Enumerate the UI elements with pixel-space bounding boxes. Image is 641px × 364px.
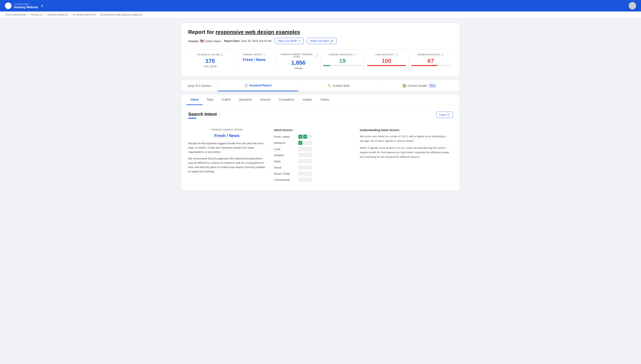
- understanding-text-2: When 3 signals score at least 2 on our s…: [360, 146, 453, 159]
- breadcrumb-dashboard[interactable]: YOUR DASHBOARD: [5, 14, 27, 16]
- share-brief-button[interactable]: Share This Brief 🔗: [307, 38, 337, 44]
- sub-tab-sources[interactable]: Sources: [256, 94, 275, 105]
- stat-label-domain-diff: DOMAIN DIFFICULTY i: [411, 53, 450, 56]
- score-boxes-local: [298, 147, 312, 151]
- progress-fill-link: [367, 65, 406, 66]
- progress-fill-domain: [411, 65, 438, 66]
- score-box-visual-1: [298, 166, 302, 170]
- score-box-local-2: [303, 147, 307, 151]
- info-icon-search-intent[interactable]: i: [219, 113, 221, 116]
- keyword-report-label: Keyword Report: [249, 84, 272, 87]
- sub-tab-outline[interactable]: Outline: [218, 94, 235, 105]
- score-boxes-answers: [298, 153, 312, 157]
- breadcrumb-sep-1: /: [28, 14, 29, 16]
- score-boxes-research: [298, 141, 312, 145]
- tab-keyword-report[interactable]: 📋 Keyword Report: [218, 80, 298, 91]
- jump-label: Jump To A Section:: [182, 80, 218, 91]
- score-box-transactional-3: [308, 178, 312, 182]
- score-row-research: Research: [274, 141, 352, 145]
- sub-tab-images[interactable]: Images: [299, 94, 316, 105]
- score-box-transactional-1: [298, 178, 302, 182]
- score-box-research-2: [303, 141, 307, 145]
- breadcrumb-projects[interactable]: PROJECTS: [31, 14, 43, 16]
- score-name-answers: Answers: [274, 154, 297, 157]
- stat-label-link-diff: LINK DIFFICULTY i: [367, 53, 406, 56]
- score-box-fresh-1: [298, 134, 302, 139]
- understanding-col: Understanding Intent Scores: We score us…: [360, 128, 453, 184]
- primary-intent-value: Fresh / News: [188, 133, 266, 138]
- country-name: United States: [205, 40, 221, 43]
- score-name-brand: Brand / Entity: [274, 172, 297, 175]
- score-box-video-2: [303, 159, 307, 163]
- score-box-brand-1: [298, 172, 302, 176]
- content-grader-label: Content Grader: [408, 84, 428, 88]
- intent-section: Search Intent i Learn i PRIMARY SEARCH I…: [182, 105, 459, 190]
- stat-primary-intent: PRIMARY INTENT i Fresh / News: [232, 53, 277, 71]
- info-icon-domain-diff[interactable]: i: [441, 53, 444, 56]
- understanding-text-1: We score user intent on a scale of 0 to …: [360, 134, 453, 143]
- score-box-answers-1: [298, 153, 302, 157]
- score-box-transactional-2: [303, 178, 307, 182]
- progress-bar-domain: [411, 65, 450, 66]
- stat-value-intent[interactable]: Fresh / News: [235, 58, 274, 62]
- score-box-answers-3: [308, 153, 312, 157]
- content-card: Intent Topic Outline Questions Sources C…: [182, 94, 459, 190]
- sub-tab-intent[interactable]: Intent: [186, 94, 202, 105]
- view-live-serp-button[interactable]: View Live SERP ↗: [275, 38, 303, 44]
- stat-sub-words: College: [279, 67, 318, 70]
- info-icon-words[interactable]: i: [315, 54, 318, 57]
- score-name-research: Research: [274, 141, 297, 144]
- info-icon-link-diff[interactable]: i: [395, 53, 398, 56]
- user-avatar[interactable]: [629, 2, 636, 10]
- score-row-transactional: Transactional: [274, 178, 352, 182]
- breadcrumb-sep-4: /: [98, 14, 98, 16]
- date-value: June 29, 2020 at 8:22 AM: [241, 40, 271, 42]
- intent-description-1: Results for this keyword suggest results…: [188, 141, 266, 154]
- intent-scores-col: Intent Scores: Fresh / News Research: [274, 128, 352, 184]
- info-icon-content-diff[interactable]: i: [354, 53, 356, 56]
- view-live-serp-label: View Live SERP: [278, 40, 297, 42]
- sub-tab-questions[interactable]: Questions: [235, 94, 256, 105]
- learn-button[interactable]: Learn i: [436, 112, 453, 118]
- score-name-video: Video: [274, 160, 297, 163]
- breadcrumb-keyword-reports[interactable]: KEYWORD REPORTS: [73, 14, 96, 16]
- country-label: Country: 🇺🇸 United States: [188, 39, 221, 43]
- section-title-group: Search Intent i: [188, 112, 221, 124]
- breadcrumb-sep-2: /: [45, 14, 45, 16]
- score-row-visual: Visual: [274, 166, 352, 170]
- info-icon-volume[interactable]: i: [221, 53, 224, 56]
- link-icon: 🔗: [330, 40, 333, 42]
- external-link-icon: ↗: [298, 40, 301, 42]
- sub-tab-topic[interactable]: Topic: [202, 94, 218, 105]
- sub-tab-videos[interactable]: Videos: [316, 94, 333, 105]
- stat-value-volume: 170: [191, 58, 230, 64]
- intent-columns: PRIMARY SEARCH INTENT Fresh / News Resul…: [188, 128, 453, 184]
- stat-value-words: 1,856: [279, 60, 318, 66]
- sub-tab-competitors[interactable]: Competitors: [275, 94, 299, 105]
- info-icon-intent[interactable]: i: [263, 53, 266, 56]
- scores-list: Fresh / News Research: [274, 134, 352, 182]
- tab-content-grader[interactable]: ✅ Content Grader Beta: [379, 80, 459, 91]
- score-row-fresh: Fresh / News: [274, 134, 352, 139]
- section-jump-bar: Jump To A Section: 📋 Keyword Report ✏️ C…: [182, 80, 459, 91]
- stat-us-search-volume: US SEARCH VOLUME i 170 CPC: $3.59: [188, 53, 232, 71]
- stat-label-intent: PRIMARY INTENT i: [235, 53, 274, 56]
- section-title-bar: [188, 118, 196, 118]
- score-box-fresh-2: [303, 134, 307, 139]
- score-box-local-3: [308, 147, 312, 151]
- report-meta: Country: 🇺🇸 United States Report Date: J…: [188, 38, 453, 44]
- score-box-brand-3: [308, 172, 312, 176]
- project-dropdown-chevron[interactable]: ▾: [41, 4, 43, 8]
- intent-description-2: We recommend that you approach this keyw…: [188, 156, 266, 174]
- report-card: Report for responsive web design example…: [182, 23, 459, 77]
- stat-label-volume: US SEARCH VOLUME i: [191, 53, 230, 56]
- date-label: Report Date: June 29, 2020 at 8:22 AM: [224, 40, 271, 42]
- stat-value-link-diff: 100: [367, 58, 406, 64]
- tab-content-brief[interactable]: ✏️ Content Brief: [298, 80, 379, 91]
- report-title-prefix: Report for: [188, 29, 216, 35]
- breadcrumb-hosting[interactable]: HOSTING WEBSITE: [47, 14, 68, 16]
- report-title: Report for responsive web design example…: [188, 29, 453, 35]
- primary-intent-label: PRIMARY SEARCH INTENT: [188, 128, 266, 131]
- breadcrumb: YOUR DASHBOARD / PROJECTS / HOSTING WEBS…: [0, 12, 641, 18]
- keyword-report-icon: 📋: [244, 84, 248, 87]
